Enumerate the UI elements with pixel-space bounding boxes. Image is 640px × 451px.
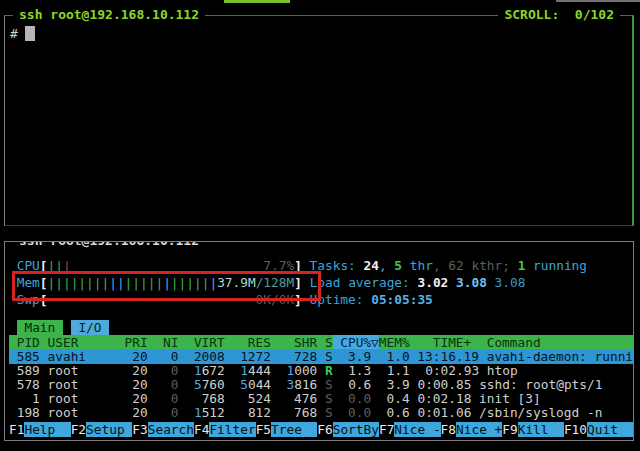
segment[interactable]: 578 root 20 [9,377,148,392]
segment[interactable]: 0.4 [371,391,410,406]
process-row[interactable]: 1 root 20 0 768 524 476 S 0.0 0.4 0:02.1… [9,391,633,406]
segment[interactable]: 000 [294,363,317,378]
segment: || [48,258,63,273]
segment[interactable] [9,320,17,335]
segment[interactable]: 816 [294,377,317,392]
segment[interactable] [317,391,325,406]
segment[interactable] [179,405,194,420]
segment[interactable] [271,363,286,378]
segment: 7.7% [263,258,294,273]
process-row[interactable]: 589 root 20 0 1672 1444 1000 R 1.3 1.1 0… [9,363,633,378]
segment[interactable] [317,377,325,392]
terminal-pane-bottom[interactable]: ssh root@192.168.10.112 CPU[||| 7.7%] Ta… [4,241,634,441]
segment[interactable]: Filter [209,422,255,437]
segment[interactable]: 5 [240,377,248,392]
segment: |||||||| [48,275,110,290]
segment[interactable]: 672 [202,363,225,378]
segment[interactable]: F9 [502,422,517,437]
segment[interactable]: F8 [441,422,456,437]
segment[interactable] [271,377,286,392]
segment[interactable]: 0:02.18 init [3] [410,391,541,406]
segment[interactable]: Tree [271,422,317,437]
segment[interactable]: S [325,377,333,392]
segment[interactable]: Search [148,422,194,437]
segment[interactable]: 768 524 476 [179,391,318,406]
segment[interactable]: 0 [148,405,179,420]
bottom-pane-title: ssh root@192.168.10.112 [13,241,205,249]
segment[interactable]: F1 [9,422,24,437]
segment[interactable]: 589 root 20 [9,363,148,378]
segment[interactable]: F7 [379,422,394,437]
segment[interactable]: SortBy [333,422,379,437]
segment: running [525,258,587,273]
segment[interactable]: Nice + [456,422,502,437]
segment[interactable]: Help [24,422,70,437]
segment[interactable] [179,377,194,392]
segment[interactable]: F6 [317,422,332,437]
process-table-header[interactable]: PID USER PRI NI VIRT RES SHR S CPU%▽MEM%… [9,335,633,350]
segment[interactable]: Main [17,320,63,335]
segment[interactable]: 585 avahi 20 0 2008 1272 728 S 3.9 1.0 1… [9,349,634,364]
segment[interactable]: 0.0 [333,405,372,420]
segment: ] [294,275,302,290]
segment[interactable]: 0:00.85 sshd: root@pts/1 [410,377,603,392]
segment[interactable]: F4 [194,422,209,437]
segment[interactable]: 1 root 20 [9,391,148,406]
segment: ] [294,292,302,307]
segment[interactable] [179,363,194,378]
segment[interactable] [317,405,325,420]
segment[interactable]: S [325,391,333,406]
terminal-cursor [25,26,35,41]
segment[interactable]: I/O [71,320,110,335]
segment[interactable]: 0 [148,391,179,406]
segment[interactable]: MEM% TIME+ Command [379,335,541,350]
segment[interactable] [317,363,325,378]
segment: [ [40,275,48,290]
segment[interactable]: 044 [248,377,271,392]
segment[interactable]: 198 root 20 [9,405,148,420]
segment[interactable]: 0.6 [371,405,410,420]
segment[interactable] [225,377,240,392]
segment[interactable]: CPU%▽ [333,335,379,350]
segment[interactable]: R [325,363,333,378]
segment: [ [40,292,48,307]
segment[interactable]: F5 [256,422,271,437]
segment: 3.08 [495,275,526,290]
swp-meter: Swp[ 0K/0K] Uptime: 05:05:35 [9,292,633,307]
tab-bar[interactable]: Main I/O [9,320,633,335]
segment[interactable]: 1 [194,363,202,378]
segment[interactable]: 0 [148,377,179,392]
segment[interactable]: PID USER PRI NI VIRT RES SHR S [9,335,333,350]
process-row[interactable]: 198 root 20 0 1512 812 768 S 0.0 0.6 0:0… [9,405,633,420]
segment [302,292,310,307]
function-key-bar[interactable]: F1Help F2Setup F3SearchF4FilterF5Tree F6… [9,422,633,437]
segment[interactable] [63,320,71,335]
terminal-pane-top[interactable]: ssh root@192.168.10.112 SCROLL: 0/102 # [4,15,634,226]
segment[interactable]: 760 [202,377,225,392]
segment[interactable]: 5 [194,377,202,392]
segment[interactable]: Setup [86,422,132,437]
segment[interactable]: F10 [564,422,587,437]
segment[interactable]: 1 [194,405,202,420]
segment[interactable]: Nice - [394,422,440,437]
segment[interactable]: 1 [240,363,248,378]
segment[interactable]: 0.6 3.9 [333,377,410,392]
segment[interactable]: S [325,405,333,420]
segment: 3.02 [418,275,449,290]
segment[interactable]: F3 [132,422,147,437]
segment[interactable]: 1.3 1.1 0:02.93 htop [333,363,518,378]
segment[interactable]: 512 [202,405,225,420]
segment[interactable]: 0.0 [333,391,372,406]
segment[interactable]: 444 [248,363,271,378]
process-row-selected[interactable]: 585 avahi 20 0 2008 1272 728 S 3.9 1.0 1… [9,349,633,364]
segment[interactable]: Quit [587,422,634,437]
segment[interactable]: 0 [148,363,179,378]
top-pane-title: ssh root@192.168.10.112 [13,7,205,23]
segment[interactable]: F2 [71,422,86,437]
segment[interactable] [225,363,240,378]
segment[interactable]: Kill [518,422,564,437]
process-row[interactable]: 578 root 20 0 5760 5044 3816 S 0.6 3.9 0… [9,377,633,392]
segment[interactable]: 0:01.06 /sbin/syslogd -n [410,405,603,420]
segment [487,275,495,290]
segment[interactable]: 812 768 [225,405,317,420]
